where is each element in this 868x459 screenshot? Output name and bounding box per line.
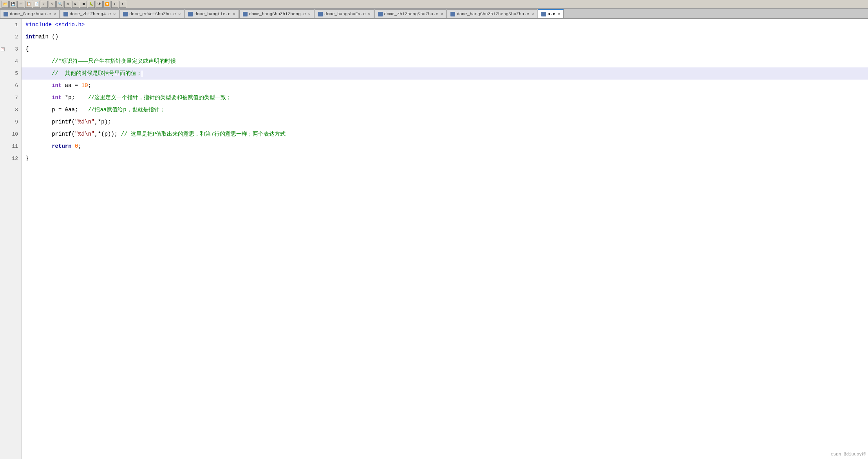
toolbar-icon-copy[interactable]: 📋 <box>25 1 32 8</box>
line-num-11: 11 <box>0 140 18 152</box>
tab-label-dome_zhiZheng4: dome_zhiZheng4.c <box>70 12 111 16</box>
tab-close-dome_erWeiShuZhu[interactable]: ✕ <box>178 12 181 16</box>
toolbar-icon-stop[interactable]: ⏹ <box>80 1 87 8</box>
number-0: 0 <box>75 140 78 152</box>
brace-open: { <box>25 43 29 55</box>
tab-dome_erWeiShuZhu[interactable]: dome_erWeiShuZhu.c✕ <box>119 9 184 18</box>
tab-icon-dome_erWeiShuZhu <box>123 12 128 16</box>
toolbar-icon-open[interactable]: 📂 <box>2 1 9 8</box>
line-num-7: 7 <box>0 92 18 104</box>
toolbar-icon-step[interactable]: ⏩ <box>103 1 110 8</box>
tab-label-dome_hangLie: dome_hangLie.c <box>194 12 230 16</box>
toolbar: 📂 💾 ✂ 📋 📄 ↩ ↪ 🔍 ⚙ ▶ ⏹ 🐛 👁 ⏩ ⬇ ⬆ <box>0 0 868 9</box>
code-line-10[interactable]: printf("%d\n",*(p)); // 这里是把P值取出来的意思，和第7… <box>22 128 868 140</box>
tab-dome_fangzhuan[interactable]: dome_fangzhuan.c✕ <box>0 9 60 18</box>
toolbar-icon-debug[interactable]: 🐛 <box>88 1 95 8</box>
toolbar-icon-find[interactable]: 🔍 <box>56 1 63 8</box>
code-line-3[interactable]: { <box>22 43 868 55</box>
code-line-4[interactable]: //*标识符———只产生在指针变量定义或声明的时候 <box>22 55 868 67</box>
line-num-4: 4 <box>0 55 18 67</box>
keyword-int-7: int <box>52 92 61 104</box>
tab-a_c[interactable]: a.c✕ <box>538 9 564 18</box>
tab-dome_zhiZhengShuZhu[interactable]: dome_zhiZhengShuZhu.c✕ <box>374 9 447 18</box>
code-line-2[interactable]: int main () <box>22 31 868 43</box>
tab-close-dome_hangLie[interactable]: ✕ <box>233 12 235 16</box>
tab-label-dome_hangShuZhiZheng: dome_hangShuZhiZheng.c <box>249 12 306 16</box>
watermark: CSDN @diuuoy特 <box>831 451 866 457</box>
tabbar: dome_fangzhuan.c✕dome_zhiZheng4.c✕dome_e… <box>0 9 868 19</box>
number-10: 10 <box>81 80 88 92</box>
toolbar-icon-stepinto[interactable]: ⬇ <box>111 1 118 8</box>
text-cursor <box>142 71 142 77</box>
line-num-1: 1 <box>0 19 18 31</box>
code-7a: *p; <box>61 92 88 104</box>
toolbar-icon-save[interactable]: 💾 <box>9 1 16 8</box>
code-8a: p = &aa; <box>52 104 88 116</box>
line-num-5: 5 <box>0 67 18 80</box>
tab-dome_hangshuEx[interactable]: dome_hangshuEx.c✕ <box>315 9 374 18</box>
tab-label-dome_erWeiShuZhu: dome_erWeiShuZhu.c <box>129 12 176 16</box>
tab-label-dome_fangzhuan: dome_fangzhuan.c <box>10 12 51 16</box>
tab-dome_hangShuZhiZheng[interactable]: dome_hangShuZhiZheng.c✕ <box>239 9 314 18</box>
tab-close-dome_hangshuEx[interactable]: ✕ <box>368 12 371 16</box>
tab-close-dome_zhiZheng4[interactable]: ✕ <box>113 12 116 16</box>
line-num-6: 6 <box>0 80 18 92</box>
line-num-9: 9 <box>0 116 18 128</box>
tab-label-dome_hangShuZhiZhengShuZhu: dome_hangShuZhiZhengShuZhu.c <box>457 12 529 16</box>
tab-icon-dome_zhiZheng4 <box>63 12 68 16</box>
func-main: main () <box>35 31 58 43</box>
toolbar-icon-redo[interactable]: ↪ <box>49 1 56 8</box>
toolbar-icon-cut[interactable]: ✂ <box>17 1 24 8</box>
brace-close: } <box>25 152 29 165</box>
tab-icon-dome_hangShuZhiZhengShuZhu <box>450 12 455 16</box>
tab-icon-dome_fangzhuan <box>4 12 8 16</box>
code-10a: printf( <box>52 128 75 140</box>
string-10: "%d\n" <box>75 128 94 140</box>
keyword-int-6: int <box>52 80 61 92</box>
line-num-12: 12 <box>0 152 18 165</box>
tab-dome_hangShuZhiZhengShuZhu[interactable]: dome_hangShuZhiZhengShuZhu.c✕ <box>447 9 537 18</box>
code-line-9[interactable]: printf("%d\n",*p); <box>22 116 868 128</box>
code-9b: ,*p); <box>94 116 111 128</box>
tab-dome_zhiZheng4[interactable]: dome_zhiZheng4.c✕ <box>60 9 119 18</box>
keyword-return: return <box>52 140 71 152</box>
tab-dome_hangLie[interactable]: dome_hangLie.c✕ <box>184 9 239 18</box>
collapse-icon-3[interactable]: □ <box>1 47 5 51</box>
editor-container: 12□3456789101112 #include <stdio.h>int m… <box>0 19 868 459</box>
toolbar-icon-run[interactable]: ▶ <box>72 1 79 8</box>
toolbar-icon-build[interactable]: ⚙ <box>64 1 71 8</box>
line-num-8: 8 <box>0 104 18 116</box>
code-line-6[interactable]: int aa = 10; <box>22 80 868 92</box>
comment-line5: // 其他的时候是取括号里面的值； <box>25 67 142 80</box>
code-content[interactable]: #include <stdio.h>int main (){ //*标识符———… <box>22 19 868 459</box>
tab-icon-dome_hangshuEx <box>318 12 323 16</box>
tab-close-dome_fangzhuan[interactable]: ✕ <box>54 12 56 16</box>
tab-close-dome_hangShuZhiZheng[interactable]: ✕ <box>308 12 311 16</box>
code-line-5[interactable]: // 其他的时候是取括号里面的值； <box>22 67 868 80</box>
keyword-int: int <box>25 31 35 43</box>
code-10b: ,*(p)); <box>94 128 121 140</box>
code-line-12[interactable]: } <box>22 152 868 165</box>
tab-label-a_c: a.c <box>548 12 555 16</box>
comment-8: //把aa赋值给p，也就是指针； <box>88 104 165 116</box>
toolbar-icon-watch[interactable]: 👁 <box>96 1 103 8</box>
toolbar-icon-paste[interactable]: 📄 <box>33 1 40 8</box>
code-line-7[interactable]: int *p; //这里定义一个指针，指针的类型要和被赋值的类型一致； <box>22 92 868 104</box>
comment-10: // 这里是把P值取出来的意思，和第7行的意思一样；两个表达方式 <box>121 128 286 140</box>
line-numbers: 12□3456789101112 <box>0 19 22 459</box>
code-line-11[interactable]: return 0; <box>22 140 868 152</box>
code-line-1[interactable]: #include <stdio.h> <box>22 19 868 31</box>
line-num-3: □3 <box>0 43 18 55</box>
tab-label-dome_hangshuEx: dome_hangshuEx.c <box>324 12 366 16</box>
tab-icon-dome_zhiZhengShuZhu <box>378 12 383 16</box>
toolbar-icon-undo[interactable]: ↩ <box>41 1 48 8</box>
code-9: printf( <box>52 116 75 128</box>
toolbar-icon-stepout[interactable]: ⬆ <box>119 1 126 8</box>
tab-icon-dome_hangShuZhiZheng <box>243 12 248 16</box>
line-num-2: 2 <box>0 31 18 43</box>
semi-6: ; <box>88 80 91 92</box>
tab-close-dome_zhiZhengShuZhu[interactable]: ✕ <box>441 12 443 16</box>
tab-close-a_c[interactable]: ✕ <box>558 12 560 16</box>
code-line-8[interactable]: p = &aa; //把aa赋值给p，也就是指针； <box>22 104 868 116</box>
tab-close-dome_hangShuZhiZhengShuZhu[interactable]: ✕ <box>532 12 534 16</box>
